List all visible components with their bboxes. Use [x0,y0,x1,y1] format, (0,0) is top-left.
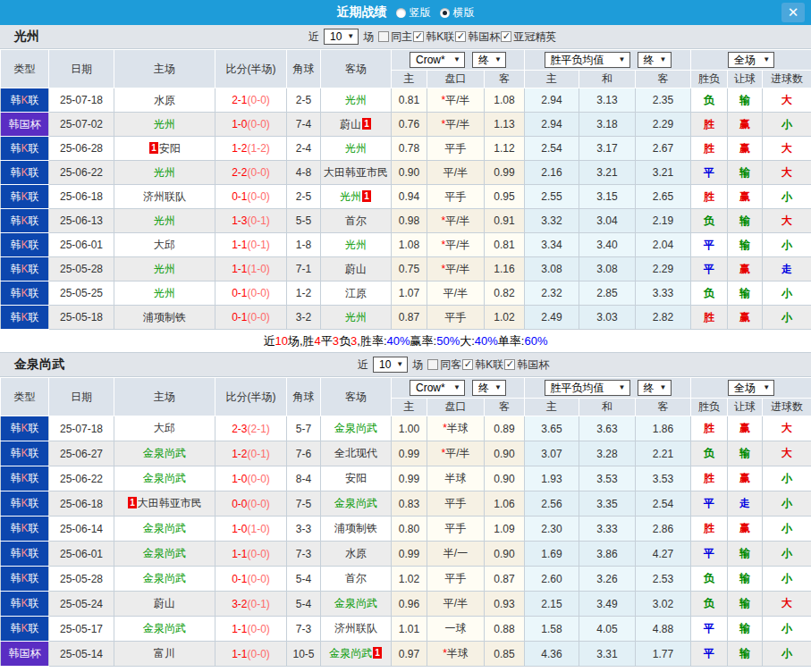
corners-cell: 1-8 [287,233,321,257]
league-text: 联 [29,190,39,203]
away-team-cell: 济州联队 [321,617,392,642]
home-odds-cell: 1.02 [392,567,427,592]
radio-checked-icon[interactable] [440,8,450,18]
date-cell: 25-05-28 [49,567,114,592]
filter-checkbox[interactable]: 韩国杯 [504,357,549,373]
team-name: 金泉尚武 [14,357,64,373]
goals-result: 小 [781,190,792,203]
near-count-value: 10 [330,30,342,43]
goals-result: 小 [781,522,792,534]
handicap-cell: *平/半 [427,233,485,257]
handicap-cell: 平手 [427,306,485,330]
wdl-result: 胜 [704,472,714,484]
checkbox-checked-icon[interactable] [504,359,515,370]
halftime-score: (0-0) [248,623,270,635]
score-cell: 0-1(0-0) [215,306,287,330]
filter-checkbox[interactable]: 韩K联 [462,357,503,373]
games-label: 场 [363,29,374,45]
checkbox-checked-icon[interactable] [413,31,424,42]
chevron-down-icon: ▼ [347,33,354,40]
filter-checkbox[interactable]: 同客 [427,357,461,373]
league-text: 联 [29,142,39,155]
league-text: 韩 [10,287,21,299]
near-count-select[interactable]: 10▼ [373,357,408,373]
home-team-cell: 浦项制铁 [114,306,215,330]
near-label: 近 [308,29,319,45]
checkbox-unchecked-icon[interactable] [378,31,389,42]
checkbox-checked-icon[interactable] [462,359,473,370]
away-odds-cell: 0.90 [485,466,525,491]
final-avg-select[interactable]: 终▼ [638,380,672,396]
handicap-result: 赢 [739,422,750,434]
filter-checkboxes: 同客韩K联韩国杯 [427,357,549,373]
away-team-name: 金泉尚武 [334,422,377,434]
col-header-avg-home: 主 [525,71,579,88]
filter-checkbox[interactable]: 韩国杯 [455,29,500,45]
league-k-text: K [21,311,28,323]
wdl-result-cell: 负 [691,441,728,466]
home-odds-cell: 0.96 [392,592,427,617]
wdl-average-select[interactable]: 胜平负均值▼ [545,52,630,68]
handicap-cell: *半球 [427,416,485,441]
checkbox-unchecked-icon[interactable] [427,359,438,370]
away-team-name: 大田韩亚市民 [324,166,388,179]
near-count-select[interactable]: 10▼ [324,29,359,45]
close-button[interactable]: ✕ [781,3,805,22]
league-k-text: K [21,472,28,484]
league-cell: 韩K联 [1,542,49,567]
final-odds-select[interactable]: 终▼ [472,380,506,396]
score-cell: 0-1(0-0) [215,567,287,592]
gimcheon-results-table: 类型 日期 主场 比分(半场) 角球 客场 Crow*▼ 终▼ 胜平负均值▼ 终… [0,377,811,667]
home-team-cell: 金泉尚武 [114,517,215,542]
wdl-result-cell: 胜 [691,306,728,330]
home-team-name: 济州联队 [143,190,186,203]
filter-checkbox[interactable]: 同主 [378,29,412,45]
handicap-cell: *平/半 [427,257,485,281]
handicap-result: 输 [739,547,750,559]
bookmaker-select[interactable]: Crow*▼ [410,52,465,68]
final-avg-select[interactable]: 终▼ [638,52,672,68]
away-odds-cell: 0.90 [485,441,525,466]
filter-checkbox[interactable]: 韩K联 [413,29,454,45]
bookmaker-select[interactable]: Crow*▼ [410,380,465,396]
col-header-avg-away: 客 [636,71,691,88]
home-odds-cell: 0.76 [392,113,427,137]
avg-draw-cell: 3.53 [579,466,636,491]
checkbox-checked-icon[interactable] [455,31,466,42]
wdl-average-select[interactable]: 胜平负均值▼ [545,380,630,396]
wdl-result-cell: 负 [691,88,728,113]
handicap-cell: *平/半 [427,441,485,466]
away-team-name: 光州 [345,94,367,106]
corners-cell: 7-4 [287,113,321,137]
col-header-wdl: 胜负 [691,71,728,88]
final-odds-select[interactable]: 终▼ [472,52,506,68]
layout-radio-horizontal[interactable]: 横版 [440,5,475,21]
wdl-result: 胜 [704,311,714,323]
home-team-name: 光州 [154,287,175,299]
avg-draw-cell: 3.03 [579,306,636,330]
league-k-text: K [21,142,28,155]
checkbox-checked-icon[interactable] [501,31,511,42]
league-text: 联 [29,94,39,106]
score-cell: 0-0(0-0) [215,491,287,517]
scope-select[interactable]: 全场▼ [728,380,774,396]
corners-cell: 3-2 [287,306,321,330]
layout-radio-vertical[interactable]: 竖版 [396,5,431,21]
close-icon: ✕ [788,4,799,21]
score-cell: 3-2(0-1) [215,592,287,617]
chevron-down-icon: ▼ [494,384,502,391]
handicap-text: 半球 [447,647,469,659]
avg-away-cell: 4.27 [636,542,691,567]
goals-result: 小 [781,547,792,559]
col-header-date: 日期 [49,50,114,88]
league-text: 联 [29,287,39,299]
table-row: 韩K联 25-05-17 金泉尚武 1-1(0-0) 7-3 济州联队 1.01… [1,617,811,642]
filter-checkbox[interactable]: 亚冠精英 [501,29,556,45]
halftime-score: (0-0) [248,94,270,106]
scope-select[interactable]: 全场▼ [728,52,774,68]
radio-icon[interactable] [396,8,406,18]
league-cell: 韩K联 [1,441,49,466]
scope-group-header: 全场▼ [691,378,811,399]
table-row: 韩K联 25-07-18 水原 2-1(0-0) 2-5 光州 0.81 *平/… [1,88,811,113]
handicap-cell: 半/一 [427,542,485,567]
